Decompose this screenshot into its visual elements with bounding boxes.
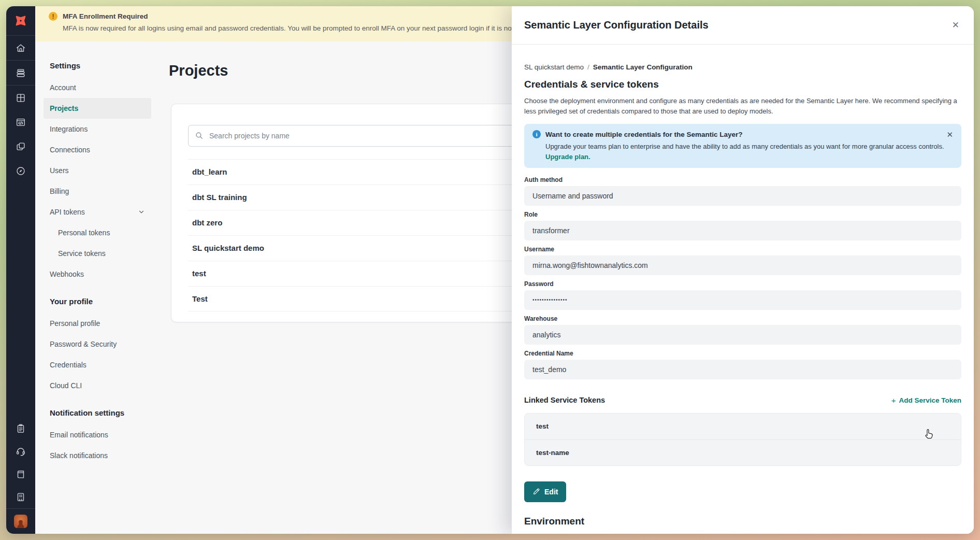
docs-icon[interactable] bbox=[6, 134, 35, 159]
nav-item-cloud-cli[interactable]: Cloud CLI bbox=[44, 375, 151, 396]
panel-body: SL quickstart demo/Semantic Layer Config… bbox=[512, 45, 974, 534]
plus-icon: + bbox=[891, 396, 896, 405]
credential-name-input[interactable]: test_demo bbox=[524, 360, 961, 379]
nav-item-personal-tokens[interactable]: Personal tokens bbox=[44, 222, 151, 243]
dbt-logo[interactable] bbox=[6, 6, 35, 35]
panel-title: Semantic Layer Configuration Details bbox=[524, 19, 709, 31]
settings-nav: Settings Account Projects Integrations C… bbox=[44, 61, 151, 466]
password-input[interactable]: ••••••••••••••• bbox=[524, 290, 961, 310]
service-token-list: test test-name bbox=[524, 413, 961, 466]
semantic-layer-panel: Semantic Layer Configuration Details ✕ S… bbox=[512, 6, 974, 534]
user-menu[interactable] bbox=[6, 509, 35, 534]
upgrade-info-banner: i Want to create multiple credentials fo… bbox=[524, 124, 961, 168]
panel-header: Semantic Layer Configuration Details ✕ bbox=[512, 6, 974, 45]
mfa-banner-title: MFA Enrollment Required bbox=[63, 12, 148, 20]
desktop-frame: ! MFA Enrollment Required MFA is now req… bbox=[0, 0, 980, 540]
breadcrumb-separator: / bbox=[587, 63, 589, 71]
edit-button-label: Edit bbox=[544, 488, 558, 496]
field-label: Warehouse bbox=[524, 315, 961, 322]
nav-item-api-tokens-label: API tokens bbox=[50, 208, 85, 216]
nav-item-projects[interactable]: Projects bbox=[44, 98, 151, 119]
info-banner-body: Upgrade your teams plan to enterprise an… bbox=[545, 142, 953, 152]
role-input[interactable]: transformer bbox=[524, 221, 961, 240]
settings-nav-title: Settings bbox=[44, 61, 151, 70]
add-service-token-label: Add Service Token bbox=[899, 396, 961, 404]
notifications-nav-title: Notification settings bbox=[44, 408, 151, 417]
nav-item-slack-notifications[interactable]: Slack notifications bbox=[44, 445, 151, 466]
home-icon[interactable] bbox=[6, 36, 35, 60]
profile-nav-title: Your profile bbox=[44, 297, 151, 306]
nav-item-connections[interactable]: Connections bbox=[44, 139, 151, 160]
field-label: Password bbox=[524, 280, 961, 288]
nav-item-integrations[interactable]: Integrations bbox=[44, 119, 151, 139]
username-input[interactable]: mirna.wong@fishtownanalytics.com bbox=[524, 255, 961, 275]
breadcrumb-page: Semantic Layer Configuration bbox=[593, 63, 693, 71]
role-field: Role transformer bbox=[524, 211, 961, 240]
field-label: Auth method bbox=[524, 176, 961, 183]
dashboard-icon[interactable] bbox=[6, 86, 35, 110]
ide-icon[interactable] bbox=[6, 110, 35, 134]
dbt-cloud-window: ! MFA Enrollment Required MFA is now req… bbox=[6, 6, 974, 534]
notebook-icon[interactable] bbox=[6, 463, 35, 486]
info-icon: i bbox=[532, 130, 541, 138]
field-label: Username bbox=[524, 246, 961, 253]
nav-item-api-tokens[interactable]: API tokens bbox=[44, 202, 151, 222]
auth-method-input[interactable]: Username and password bbox=[524, 186, 961, 206]
avatar bbox=[14, 515, 27, 528]
organization-icon[interactable] bbox=[6, 486, 35, 508]
nav-item-account[interactable]: Account bbox=[44, 77, 151, 98]
edit-button[interactable]: Edit bbox=[524, 481, 566, 502]
credentials-section-title: Credentials & service tokens bbox=[524, 79, 961, 90]
support-icon[interactable] bbox=[6, 440, 35, 463]
service-token-row[interactable]: test bbox=[525, 414, 961, 439]
credential-name-field: Credential Name test_demo bbox=[524, 350, 961, 379]
rail-spacer bbox=[6, 183, 35, 417]
warehouse-field: Warehouse analytics bbox=[524, 315, 961, 345]
info-close-icon[interactable]: ✕ bbox=[946, 130, 953, 139]
upgrade-plan-link[interactable]: Upgrade plan. bbox=[545, 153, 953, 161]
breadcrumb-project[interactable]: SL quickstart demo bbox=[524, 63, 584, 71]
linked-service-tokens-title: Linked Service Tokens bbox=[524, 396, 605, 404]
explore-icon[interactable] bbox=[6, 159, 35, 183]
icon-rail bbox=[6, 6, 35, 534]
nav-item-credentials[interactable]: Credentials bbox=[44, 354, 151, 375]
auth-method-field: Auth method Username and password bbox=[524, 176, 961, 206]
nav-item-personal-profile[interactable]: Personal profile bbox=[44, 313, 151, 334]
close-icon[interactable]: ✕ bbox=[950, 19, 961, 32]
nav-item-users[interactable]: Users bbox=[44, 160, 151, 181]
main-area: ! MFA Enrollment Required MFA is now req… bbox=[35, 6, 974, 534]
password-field: Password ••••••••••••••• bbox=[524, 280, 961, 310]
field-label: Credential Name bbox=[524, 350, 961, 357]
service-token-row[interactable]: test-name bbox=[525, 439, 961, 465]
nav-item-service-tokens[interactable]: Service tokens bbox=[44, 243, 151, 264]
mouse-cursor bbox=[924, 428, 935, 440]
nav-item-billing[interactable]: Billing bbox=[44, 181, 151, 202]
page-title: Projects bbox=[169, 62, 228, 79]
pencil-icon bbox=[532, 488, 540, 495]
warehouse-input[interactable]: analytics bbox=[524, 325, 961, 345]
dbt-logo-icon bbox=[13, 13, 28, 28]
tasks-icon[interactable] bbox=[6, 417, 35, 440]
deploy-icon[interactable] bbox=[6, 61, 35, 85]
field-label: Role bbox=[524, 211, 961, 218]
add-service-token-button[interactable]: + Add Service Token bbox=[891, 396, 961, 405]
info-banner-title: Want to create multiple credentials for … bbox=[545, 131, 743, 138]
breadcrumb: SL quickstart demo/Semantic Layer Config… bbox=[524, 63, 961, 71]
username-field: Username mirna.wong@fishtownanalytics.co… bbox=[524, 246, 961, 275]
nav-item-password-security[interactable]: Password & Security bbox=[44, 334, 151, 354]
nav-item-webhooks[interactable]: Webhooks bbox=[44, 264, 151, 285]
search-icon bbox=[195, 131, 204, 140]
environment-section-title: Environment bbox=[524, 516, 961, 527]
warning-icon: ! bbox=[49, 12, 57, 21]
credentials-section-desc: Choose the deployment environment and co… bbox=[524, 96, 961, 116]
chevron-down-icon bbox=[138, 208, 145, 216]
nav-item-email-notifications[interactable]: Email notifications bbox=[44, 424, 151, 445]
